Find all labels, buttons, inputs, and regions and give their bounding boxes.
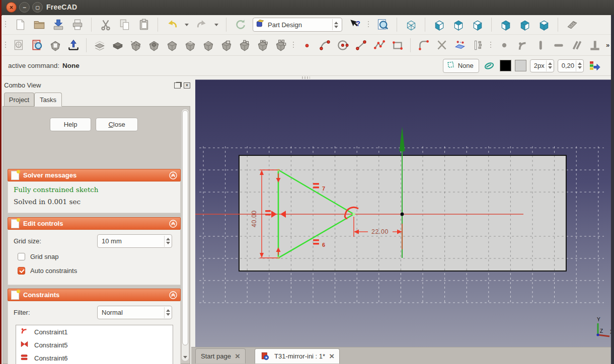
constraint-filter-combo[interactable]: Normal (97, 306, 172, 319)
toggle-construction-button[interactable] (471, 38, 485, 52)
constrain-vertical-button[interactable] (533, 38, 547, 52)
grid-snap-checkbox[interactable] (18, 253, 25, 260)
panel-scrollbar-thumb[interactable] (182, 110, 188, 345)
create-rectangle-button[interactable] (391, 38, 404, 52)
constrain-horizontal-button[interactable] (552, 38, 565, 52)
chamfer-button[interactable] (183, 38, 197, 52)
origin-point[interactable] (401, 213, 404, 216)
mirrored-button[interactable] (219, 38, 233, 52)
constraints-header[interactable]: Constraints (8, 289, 181, 301)
help-button[interactable]: Help (50, 118, 91, 131)
vertex-point[interactable] (352, 213, 355, 216)
line-color-swatch[interactable] (500, 60, 511, 71)
copy-button[interactable] (118, 18, 131, 32)
create-polyline-button[interactable] (372, 38, 386, 52)
collapse-icon[interactable] (169, 291, 177, 299)
window-minimize-button[interactable]: − (19, 2, 30, 13)
create-circle-button[interactable] (336, 38, 350, 52)
front-view-button[interactable] (432, 18, 446, 32)
constraint-list-item[interactable]: Constraint5 (16, 338, 173, 351)
workbench-combo[interactable]: Part Design (253, 18, 342, 32)
view-section-button[interactable] (30, 38, 44, 52)
refresh-button[interactable] (234, 18, 247, 32)
panel-float-icon[interactable] (174, 82, 181, 88)
new-file-button[interactable] (13, 18, 27, 32)
close-button[interactable]: Close (96, 118, 138, 131)
element-none-button[interactable]: None (443, 59, 479, 73)
draft-button[interactable] (201, 38, 215, 52)
left-view-button[interactable] (537, 18, 551, 32)
collapse-icon[interactable] (169, 220, 177, 228)
groove-button[interactable] (147, 38, 161, 52)
paste-button[interactable] (137, 18, 150, 32)
create-line-button[interactable] (354, 38, 368, 52)
open-file-button[interactable] (32, 18, 46, 32)
revolution-button[interactable] (129, 38, 142, 52)
vertical-dimension-label[interactable]: 40.00 (251, 210, 258, 227)
point-size-spinbox[interactable]: 0,20 (558, 59, 584, 72)
collapse-icon[interactable] (169, 171, 177, 179)
map-sketch-button[interactable] (48, 38, 62, 52)
tab-close-icon[interactable]: × (235, 352, 240, 360)
tab-tasks[interactable]: Tasks (34, 93, 62, 107)
workbench-combo-arrows[interactable] (332, 19, 340, 30)
print-button[interactable] (70, 18, 84, 32)
solver-messages-header[interactable]: Solver messages (8, 169, 181, 181)
document-tab-t31-mirror-ini-1[interactable]: T31-mirror-ini : 1*× (255, 348, 340, 363)
3d-viewport[interactable]: 40.00 22.00 7 6 (195, 79, 614, 347)
undo-button[interactable] (165, 18, 179, 32)
tab-close-icon[interactable]: × (329, 352, 334, 360)
grid-size-combo[interactable]: 10 mm (97, 234, 172, 248)
redo-button[interactable] (195, 18, 208, 32)
panel-splitter[interactable] (191, 79, 195, 347)
measure-button[interactable] (565, 18, 579, 32)
toolbar-overflow-indicator[interactable]: » (606, 41, 609, 49)
face-color-swatch[interactable] (515, 60, 526, 71)
rear-view-button[interactable] (499, 18, 512, 32)
constrain-tangent-button[interactable] (515, 38, 529, 52)
export-selection-icon[interactable] (587, 59, 601, 72)
constraint-list-item[interactable]: Constraint6 (16, 351, 173, 364)
fit-all-button[interactable] (376, 18, 390, 32)
panel-scrollbar[interactable] (181, 109, 189, 361)
pad-button[interactable] (93, 38, 106, 52)
edit-controls-header[interactable]: Edit controls (8, 217, 181, 230)
window-maximize-button[interactable]: ▢ (32, 2, 43, 13)
redo-dropdown[interactable] (214, 18, 219, 32)
pocket-button[interactable] (111, 38, 124, 52)
right-view-button[interactable] (471, 18, 484, 32)
horizontal-dimension-label[interactable]: 22.00 (371, 228, 389, 235)
constrain-perpendicular-button[interactable] (588, 38, 601, 52)
linear-pattern-button[interactable] (238, 38, 251, 52)
sketch-fillet-button[interactable] (417, 38, 430, 52)
external-geometry-button[interactable] (453, 38, 467, 52)
panel-close-icon[interactable]: × (184, 82, 190, 88)
scroll-down-arrow[interactable] (183, 356, 187, 358)
undo-dropdown[interactable] (184, 18, 189, 32)
tab-project[interactable]: Project (4, 93, 34, 107)
constrain-coincident-button[interactable] (497, 38, 511, 52)
bottom-view-button[interactable] (518, 18, 531, 32)
view-sketch-button[interactable] (12, 38, 26, 52)
save-button[interactable] (51, 18, 65, 32)
constrain-parallel-button[interactable] (570, 38, 583, 52)
whats-this-button[interactable]: ? (348, 18, 361, 32)
window-close-button[interactable]: × (6, 2, 17, 13)
document-tab-start-page[interactable]: Start page× (195, 348, 246, 363)
leave-sketch-button[interactable] (66, 38, 80, 52)
top-view-button[interactable] (451, 18, 465, 32)
trim-edge-button[interactable] (435, 38, 448, 52)
polar-pattern-button[interactable] (256, 38, 269, 52)
cut-button[interactable] (99, 18, 112, 32)
toolbar-grip[interactable] (302, 76, 310, 79)
fillet-button[interactable] (165, 38, 179, 52)
auto-constraints-checkbox[interactable] (18, 267, 25, 275)
create-point-button[interactable] (300, 38, 314, 52)
sketch-canvas[interactable]: 40.00 22.00 7 6 (195, 80, 614, 347)
constraint-list-item[interactable]: Constraint1 (16, 325, 173, 338)
line-width-spinbox[interactable]: 2px (530, 59, 554, 72)
axonometric-view-button[interactable] (404, 18, 418, 32)
edit-mode-icon[interactable] (483, 59, 496, 72)
create-arc-button[interactable] (318, 38, 332, 52)
multitransform-button[interactable] (274, 38, 287, 52)
